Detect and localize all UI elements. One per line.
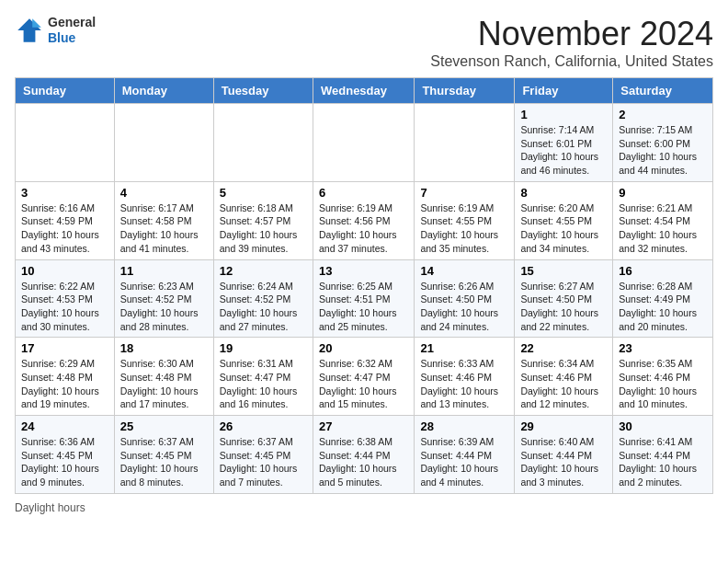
day-info: Sunrise: 6:38 AM Sunset: 4:44 PM Dayligh… <box>319 435 408 489</box>
calendar-cell: 9Sunrise: 6:21 AM Sunset: 4:54 PM Daylig… <box>613 181 713 259</box>
day-info: Sunrise: 6:37 AM Sunset: 4:45 PM Dayligh… <box>120 435 208 489</box>
day-number: 21 <box>420 341 508 355</box>
day-number: 6 <box>319 186 408 200</box>
day-info: Sunrise: 7:14 AM Sunset: 6:01 PM Dayligh… <box>520 123 607 178</box>
calendar-cell <box>114 104 213 182</box>
calendar-cell <box>213 104 313 182</box>
calendar-week-row: 10Sunrise: 6:22 AM Sunset: 4:53 PM Dayli… <box>16 259 713 338</box>
day-info: Sunrise: 6:27 AM Sunset: 4:50 PM Dayligh… <box>520 280 607 334</box>
calendar-week-row: 3Sunrise: 6:16 AM Sunset: 4:59 PM Daylig… <box>16 181 713 259</box>
calendar-cell: 21Sunrise: 6:33 AM Sunset: 4:46 PM Dayli… <box>415 338 515 416</box>
calendar-header-row: SundayMondayTuesdayWednesdayThursdayFrid… <box>16 78 713 104</box>
logo-general: General <box>48 15 96 29</box>
calendar-cell: 20Sunrise: 6:32 AM Sunset: 4:47 PM Dayli… <box>313 338 414 416</box>
calendar-cell: 18Sunrise: 6:30 AM Sunset: 4:48 PM Dayli… <box>114 338 213 416</box>
calendar-day-header: Wednesday <box>313 78 414 104</box>
day-number: 3 <box>21 186 108 200</box>
calendar-day-header: Friday <box>515 78 613 104</box>
logo-blue: Blue <box>48 30 75 45</box>
day-number: 12 <box>220 264 307 278</box>
calendar-week-row: 17Sunrise: 6:29 AM Sunset: 4:48 PM Dayli… <box>16 338 713 416</box>
calendar-day-header: Thursday <box>415 78 515 104</box>
day-info: Sunrise: 6:36 AM Sunset: 4:45 PM Dayligh… <box>21 435 108 489</box>
calendar-cell: 29Sunrise: 6:40 AM Sunset: 4:44 PM Dayli… <box>515 416 613 494</box>
calendar-cell: 6Sunrise: 6:19 AM Sunset: 4:56 PM Daylig… <box>313 181 414 259</box>
day-info: Sunrise: 6:19 AM Sunset: 4:56 PM Dayligh… <box>319 201 408 256</box>
day-info: Sunrise: 6:19 AM Sunset: 4:55 PM Dayligh… <box>420 201 508 256</box>
day-number: 27 <box>319 419 408 433</box>
calendar-cell: 1Sunrise: 7:14 AM Sunset: 6:01 PM Daylig… <box>515 104 613 182</box>
day-number: 2 <box>619 108 707 121</box>
calendar-cell: 25Sunrise: 6:37 AM Sunset: 4:45 PM Dayli… <box>114 416 213 494</box>
day-info: Sunrise: 6:20 AM Sunset: 4:55 PM Dayligh… <box>520 201 607 256</box>
calendar-cell: 7Sunrise: 6:19 AM Sunset: 4:55 PM Daylig… <box>415 181 515 259</box>
day-info: Sunrise: 6:30 AM Sunset: 4:48 PM Dayligh… <box>120 357 208 411</box>
day-number: 1 <box>520 108 607 121</box>
day-info: Sunrise: 6:32 AM Sunset: 4:47 PM Dayligh… <box>319 357 408 411</box>
calendar-day-header: Sunday <box>16 78 115 104</box>
day-info: Sunrise: 6:25 AM Sunset: 4:51 PM Dayligh… <box>319 280 408 334</box>
day-number: 9 <box>619 186 707 200</box>
calendar-cell: 8Sunrise: 6:20 AM Sunset: 4:55 PM Daylig… <box>515 181 613 259</box>
calendar-cell: 12Sunrise: 6:24 AM Sunset: 4:52 PM Dayli… <box>213 259 313 338</box>
day-info: Sunrise: 6:22 AM Sunset: 4:53 PM Dayligh… <box>21 280 108 334</box>
day-info: Sunrise: 6:29 AM Sunset: 4:48 PM Dayligh… <box>21 357 108 411</box>
day-number: 18 <box>120 341 208 355</box>
day-info: Sunrise: 6:41 AM Sunset: 4:44 PM Dayligh… <box>619 435 707 489</box>
day-info: Sunrise: 6:33 AM Sunset: 4:46 PM Dayligh… <box>420 357 508 411</box>
day-info: Sunrise: 6:23 AM Sunset: 4:52 PM Dayligh… <box>120 280 208 334</box>
day-info: Sunrise: 7:15 AM Sunset: 6:00 PM Dayligh… <box>619 123 707 178</box>
day-info: Sunrise: 6:31 AM Sunset: 4:47 PM Dayligh… <box>220 357 307 411</box>
day-info: Sunrise: 6:39 AM Sunset: 4:44 PM Dayligh… <box>420 435 508 489</box>
day-number: 26 <box>220 419 307 433</box>
day-info: Sunrise: 6:18 AM Sunset: 4:57 PM Dayligh… <box>220 201 307 256</box>
calendar-cell: 5Sunrise: 6:18 AM Sunset: 4:57 PM Daylig… <box>213 181 313 259</box>
calendar-cell: 19Sunrise: 6:31 AM Sunset: 4:47 PM Dayli… <box>213 338 313 416</box>
calendar-cell: 11Sunrise: 6:23 AM Sunset: 4:52 PM Dayli… <box>114 259 213 338</box>
day-info: Sunrise: 6:16 AM Sunset: 4:59 PM Dayligh… <box>21 201 108 256</box>
calendar-cell <box>415 104 515 182</box>
day-number: 23 <box>619 341 707 355</box>
day-number: 20 <box>319 341 408 355</box>
day-info: Sunrise: 6:34 AM Sunset: 4:46 PM Dayligh… <box>520 357 607 411</box>
logo-icon <box>15 16 44 45</box>
day-number: 8 <box>520 186 607 200</box>
day-number: 30 <box>619 419 707 433</box>
calendar-cell: 26Sunrise: 6:37 AM Sunset: 4:45 PM Dayli… <box>213 416 313 494</box>
calendar-cell: 10Sunrise: 6:22 AM Sunset: 4:53 PM Dayli… <box>16 259 115 338</box>
svg-marker-1 <box>32 18 41 28</box>
calendar-cell: 13Sunrise: 6:25 AM Sunset: 4:51 PM Dayli… <box>313 259 414 338</box>
calendar-cell: 16Sunrise: 6:28 AM Sunset: 4:49 PM Dayli… <box>613 259 713 338</box>
logo-text: General Blue <box>48 15 96 46</box>
calendar-cell: 17Sunrise: 6:29 AM Sunset: 4:48 PM Dayli… <box>16 338 115 416</box>
day-number: 13 <box>319 264 408 278</box>
location: Stevenson Ranch, California, United Stat… <box>430 53 713 70</box>
day-number: 10 <box>21 264 108 278</box>
day-info: Sunrise: 6:24 AM Sunset: 4:52 PM Dayligh… <box>220 280 307 334</box>
day-number: 19 <box>220 341 307 355</box>
calendar-cell: 2Sunrise: 7:15 AM Sunset: 6:00 PM Daylig… <box>613 104 713 182</box>
calendar-cell: 28Sunrise: 6:39 AM Sunset: 4:44 PM Dayli… <box>415 416 515 494</box>
logo: General Blue <box>15 15 96 46</box>
calendar-cell: 14Sunrise: 6:26 AM Sunset: 4:50 PM Dayli… <box>415 259 515 338</box>
day-info: Sunrise: 6:17 AM Sunset: 4:58 PM Dayligh… <box>120 201 208 256</box>
day-number: 15 <box>520 264 607 278</box>
calendar-day-header: Monday <box>114 78 213 104</box>
calendar-cell: 22Sunrise: 6:34 AM Sunset: 4:46 PM Dayli… <box>515 338 613 416</box>
calendar-cell: 15Sunrise: 6:27 AM Sunset: 4:50 PM Dayli… <box>515 259 613 338</box>
day-number: 17 <box>21 341 108 355</box>
calendar-cell <box>16 104 115 182</box>
month-title: November 2024 <box>430 15 713 53</box>
day-number: 24 <box>21 419 108 433</box>
calendar-day-header: Saturday <box>613 78 713 104</box>
calendar-week-row: 24Sunrise: 6:36 AM Sunset: 4:45 PM Dayli… <box>16 416 713 494</box>
day-info: Sunrise: 6:26 AM Sunset: 4:50 PM Dayligh… <box>420 280 508 334</box>
calendar-day-header: Tuesday <box>213 78 313 104</box>
day-info: Sunrise: 6:21 AM Sunset: 4:54 PM Dayligh… <box>619 201 707 256</box>
day-number: 29 <box>520 419 607 433</box>
calendar-cell: 23Sunrise: 6:35 AM Sunset: 4:46 PM Dayli… <box>613 338 713 416</box>
day-number: 28 <box>420 419 508 433</box>
footer: Daylight hours <box>15 501 713 514</box>
day-info: Sunrise: 6:37 AM Sunset: 4:45 PM Dayligh… <box>220 435 307 489</box>
page-header: General Blue November 2024 Stevenson Ran… <box>15 15 713 70</box>
